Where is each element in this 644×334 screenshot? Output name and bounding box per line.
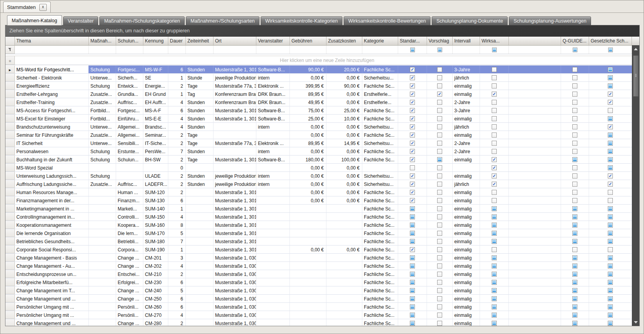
- cell-iv[interactable]: einmalig: [453, 82, 480, 90]
- cell-gs[interactable]: [589, 180, 632, 188]
- filter-checkbox-icon[interactable]: [410, 48, 415, 52]
- table-row[interactable]: Controllingmanagement in...Controlli...S…: [5, 213, 632, 221]
- cell-zu[interactable]: 14,95 €: [326, 139, 362, 147]
- cell-thema[interactable]: Persönlicher Umgang mit ...: [15, 311, 89, 319]
- cell-thema[interactable]: Kooperationsmanagement: [15, 221, 89, 229]
- cell-ge[interactable]: 180,00 €: [290, 156, 326, 163]
- cell-ort[interactable]: Musterstraße 1, 030...: [213, 262, 256, 270]
- tab-stammdaten[interactable]: Stammdaten x: [3, 2, 51, 12]
- checkbox-indeterminate-icon[interactable]: [437, 157, 442, 162]
- cell-sa[interactable]: Finanzm...: [116, 196, 143, 204]
- cell-ve[interactable]: DRK Braun...: [256, 90, 290, 98]
- checkbox-checked-icon[interactable]: [410, 173, 415, 178]
- cell-da[interactable]: 2: [168, 82, 186, 90]
- checkbox-unchecked-icon[interactable]: [572, 124, 577, 129]
- cell-qg[interactable]: [561, 262, 589, 270]
- cell-ke[interactable]: BH-SW: [143, 156, 168, 163]
- cell-vo[interactable]: [427, 295, 453, 302]
- cell-qg[interactable]: [561, 319, 589, 326]
- cell-st[interactable]: [398, 213, 427, 221]
- cell-ma[interactable]: [89, 319, 116, 326]
- cell-qg[interactable]: [561, 286, 589, 294]
- cell-ma[interactable]: [89, 286, 116, 294]
- checkbox-indeterminate-icon[interactable]: [572, 223, 577, 228]
- checkbox-checked-icon[interactable]: [410, 133, 415, 138]
- cell-ke[interactable]: ULADE: [143, 172, 168, 180]
- filter-cell-iv[interactable]: [453, 46, 480, 54]
- cell-ve[interactable]: [256, 254, 290, 262]
- table-row[interactable]: Persönlicher Umgang mit ...Persönli...CM…: [5, 303, 632, 311]
- filter-cell-da[interactable]: [168, 46, 186, 54]
- checkbox-checked-icon[interactable]: [608, 92, 613, 97]
- cell-ve[interactable]: intern: [256, 123, 290, 131]
- cell-ve[interactable]: [256, 319, 290, 326]
- checkbox-indeterminate-icon[interactable]: [492, 214, 497, 219]
- cell-gs[interactable]: [589, 221, 632, 229]
- table-row[interactable]: Change Management und ...Change ...CM-25…: [5, 295, 632, 303]
- cell-ort[interactable]: Musterstraße 1, 030...: [213, 319, 256, 326]
- cell-iv[interactable]: einmalig: [453, 196, 480, 204]
- cell-ze[interactable]: Tage: [186, 131, 213, 139]
- cell-ge[interactable]: [290, 286, 326, 294]
- checkbox-unchecked-icon[interactable]: [608, 247, 613, 252]
- cell-ve[interactable]: DRK Braun...: [256, 98, 290, 106]
- checkbox-checked-icon[interactable]: [410, 75, 415, 80]
- checkbox-indeterminate-icon[interactable]: [608, 231, 613, 236]
- cell-ort[interactable]: Konferenzraum Brau...: [213, 90, 256, 98]
- cell-ma[interactable]: [89, 188, 116, 196]
- checkbox-unchecked-icon[interactable]: [437, 75, 442, 80]
- cell-zu[interactable]: 0,00 €: [326, 188, 362, 196]
- row-indicator[interactable]: [5, 156, 15, 163]
- row-indicator[interactable]: [5, 246, 15, 253]
- cell-vo[interactable]: [427, 131, 453, 139]
- cell-gs[interactable]: [589, 90, 632, 98]
- cell-ma[interactable]: [89, 213, 116, 221]
- cell-ort[interactable]: Musterstraße 1, 301...: [213, 221, 256, 229]
- cell-sa[interactable]: Sicherh...: [116, 74, 143, 81]
- checkbox-indeterminate-icon[interactable]: [410, 231, 415, 236]
- checkbox-unchecked-icon[interactable]: [437, 206, 442, 211]
- cell-blank[interactable]: [509, 221, 561, 229]
- cell-iv[interactable]: einmalig: [453, 286, 480, 294]
- cell-ve[interactable]: [256, 221, 290, 229]
- filter-cell-zu[interactable]: [326, 46, 362, 54]
- cell-sa[interactable]: Marketi...: [116, 205, 143, 212]
- cell-ve[interactable]: Elektronik ...: [256, 82, 290, 90]
- cell-st[interactable]: [398, 74, 427, 81]
- cell-thema[interactable]: Erfolgreiche Mitarbeiterfü...: [15, 278, 89, 286]
- cell-qg[interactable]: [561, 311, 589, 319]
- cell-blank[interactable]: [509, 172, 561, 180]
- cell-ke[interactable]: CM-201: [143, 254, 168, 262]
- cell-zu[interactable]: [326, 262, 362, 270]
- cell-wk[interactable]: [480, 237, 509, 245]
- cell-ka[interactable]: Fachliche Sc...: [362, 221, 398, 229]
- checkbox-unchecked-icon[interactable]: [437, 239, 442, 244]
- cell-ke[interactable]: CM-280: [143, 319, 168, 326]
- cell-sa[interactable]: Sensibili...: [116, 139, 143, 147]
- cell-da[interactable]: 2: [168, 172, 186, 180]
- cell-blank[interactable]: [509, 229, 561, 237]
- cell-da[interactable]: 5: [168, 229, 186, 237]
- cell-qg[interactable]: [561, 246, 589, 253]
- cell-ze[interactable]: [186, 221, 213, 229]
- cell-ze[interactable]: Stunden: [186, 147, 213, 155]
- cell-ka[interactable]: Fachliche Sc...: [362, 205, 398, 212]
- cell-iv[interactable]: einmalig: [453, 278, 480, 286]
- cell-ma[interactable]: [89, 303, 116, 311]
- cell-iv[interactable]: einmalig: [453, 221, 480, 229]
- row-indicator[interactable]: [5, 205, 15, 212]
- cell-iv[interactable]: [453, 164, 480, 171]
- cell-ke[interactable]: CM-202: [143, 262, 168, 270]
- cell-ze[interactable]: Tag: [186, 90, 213, 98]
- checkbox-indeterminate-icon[interactable]: [608, 255, 613, 260]
- checkbox-unchecked-icon[interactable]: [437, 263, 442, 269]
- table-row[interactable]: BrandschutzunterweisungUnterwe...Allgeme…: [5, 123, 632, 131]
- cell-blank[interactable]: [509, 90, 561, 98]
- filter-cell-qg[interactable]: [561, 46, 589, 54]
- filter-cell-st[interactable]: [398, 46, 427, 54]
- cell-zu[interactable]: 0,00 €: [326, 164, 362, 171]
- checkbox-indeterminate-icon[interactable]: [572, 313, 577, 318]
- cell-ke[interactable]: Seminar...: [143, 131, 168, 139]
- table-row[interactable]: Human Resources Manage...Human ...SUM-12…: [5, 188, 632, 196]
- table-row[interactable]: MS-Access für Fortgeschri...Fortbild...F…: [5, 106, 632, 115]
